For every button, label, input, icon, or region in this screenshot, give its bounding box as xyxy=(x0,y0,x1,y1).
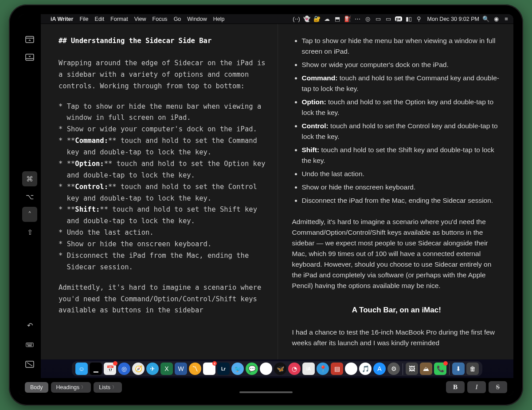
svg-rect-6 xyxy=(28,343,29,344)
preview-bullet-item: Control: touch and hold to set the Contr… xyxy=(302,121,501,142)
menubar-clock[interactable]: Mon Dec 30 9:02 PM xyxy=(427,16,479,22)
menu-go[interactable]: Go xyxy=(174,16,181,22)
dock-istat-icon[interactable]: ▁ xyxy=(90,363,102,375)
dock: ☺▁📅◎🧭✈XW〽✔4Lr🐦💬✱🦋◔iA📍▤N🎵A⚙🖼⛰📞⬇🗑 xyxy=(72,361,482,376)
svg-rect-9 xyxy=(31,343,31,344)
editor-bullet-item: Disconnect the iPad from the Mac, ending… xyxy=(59,250,268,273)
svg-rect-16 xyxy=(28,346,32,347)
sidecar-shift-key[interactable]: ⇧ xyxy=(22,225,37,240)
ipad-screen: ⌘ ⌥ ˄ ⇧ ↶ xyxy=(19,14,513,396)
dock-things-icon[interactable]: ◎ xyxy=(118,363,130,375)
dock-preview-icon[interactable]: 🖼 xyxy=(406,363,418,375)
home-indicator[interactable] xyxy=(239,391,293,393)
sidecar-menubar-toggle[interactable] xyxy=(22,32,37,47)
sidecar-undo[interactable]: ↶ xyxy=(22,318,37,333)
editor-bullet-item: Shift: touch and hold to set the Shift k… xyxy=(59,204,268,227)
dock-stocks-icon[interactable]: 〽 xyxy=(189,363,201,375)
menu-help[interactable]: Help xyxy=(213,16,225,22)
fantastical-menu-status-icon[interactable]: (⋅⋅) xyxy=(293,16,300,22)
dock-lightroom-icon[interactable]: Lr xyxy=(217,363,230,375)
preview-bullet-item: Tap to show or hide the menu bar when vi… xyxy=(302,35,501,57)
sidecar-keyboard-toggle[interactable] xyxy=(22,337,37,352)
mac-menubar[interactable]: iA Writer File Edit Format View Focus Go… xyxy=(41,14,513,24)
markdown-editor-pane[interactable]: ## Understanding the Sidecar Side Bar Wr… xyxy=(41,24,278,359)
dock-slack-icon[interactable]: ✱ xyxy=(260,363,272,375)
touchbar-body-button[interactable]: Body xyxy=(25,382,48,393)
touchbar-strike-button[interactable]: S xyxy=(489,381,507,393)
sidecar-control-key[interactable]: ˄ xyxy=(22,207,37,222)
dock-butterfly-icon[interactable]: 🦋 xyxy=(274,363,286,375)
cloud-status-icon[interactable]: ☁︎ xyxy=(324,16,331,22)
dock-messages-icon[interactable]: 💬 xyxy=(246,363,258,375)
menu-view[interactable]: View xyxy=(134,16,146,22)
sidecar-sidebar: ⌘ ⌥ ˄ ⇧ ↶ xyxy=(19,14,41,378)
battery-status-icon[interactable]: ▮▯ xyxy=(405,16,412,22)
sidecar-disconnect[interactable] xyxy=(22,357,37,372)
siri-icon[interactable]: ◉ xyxy=(493,16,500,22)
menu-window[interactable]: Window xyxy=(187,16,207,22)
display-status-icon[interactable]: ▭ xyxy=(385,16,392,22)
editor-bullet-item: Control: touch and hold to set the Contr… xyxy=(59,181,268,205)
touchbar-bold-button[interactable]: B xyxy=(446,381,465,393)
dock-notes-icon[interactable]: ▤ xyxy=(331,363,343,375)
sidecar-option-key[interactable]: ⌥ xyxy=(22,189,37,204)
dock-safari-icon[interactable]: 🧭 xyxy=(132,363,145,375)
dock-news-icon[interactable]: N xyxy=(345,363,357,375)
touchbar-italic-button[interactable]: I xyxy=(467,381,486,393)
dropbox-status-icon[interactable]: ⬒ xyxy=(334,16,341,22)
dock-finder-icon[interactable]: ☺ xyxy=(75,363,88,375)
gas-status-icon[interactable]: ⛽ xyxy=(344,16,351,22)
preview-bullet-item: Command: touch and hold to set the Comma… xyxy=(302,73,501,94)
dock-word-icon[interactable]: W xyxy=(175,363,187,375)
dock-telegram-icon[interactable]: ✈ xyxy=(146,363,159,375)
dock-area: ☺▁📅◎🧭✈XW〽✔4Lr🐦💬✱🦋◔iA📍▤N🎵A⚙🖼⛰📞⬇🗑 xyxy=(41,359,513,378)
bartender-status-icon[interactable]: ⋯ xyxy=(354,16,361,22)
dock-maps-icon[interactable]: 📍 xyxy=(317,363,329,375)
dock-calls-icon[interactable]: 📞 xyxy=(434,363,446,375)
dock-appstore-icon[interactable]: A xyxy=(373,363,386,375)
target-status-icon[interactable]: ◎ xyxy=(364,16,372,22)
dock-music-icon[interactable]: 🎵 xyxy=(359,363,372,375)
svg-rect-10 xyxy=(32,343,33,344)
dock-trash-icon[interactable]: 🗑 xyxy=(466,363,479,375)
preview-bullet-item: Shift: touch and hold to set the Shift k… xyxy=(302,145,501,166)
touchbar-headings-button[interactable]: Headings〉 xyxy=(51,382,91,393)
wifi-status-icon[interactable]: ⚲ xyxy=(415,16,422,22)
touchbar-lists-button[interactable]: Lists〉 xyxy=(94,382,122,393)
sidecar-display-status-icon[interactable]: ▭ xyxy=(375,16,382,22)
dock-screenshot-icon[interactable]: ⛰ xyxy=(420,363,432,375)
chevron-right-icon: 〉 xyxy=(112,384,117,390)
dock-excel-icon[interactable]: X xyxy=(160,363,173,375)
menu-focus[interactable]: Focus xyxy=(153,16,168,22)
editor-bullet-item: Command: touch and hold to set the Comma… xyxy=(59,135,268,158)
dock-downloads-icon[interactable]: ⬇ xyxy=(452,363,465,375)
menu-format[interactable]: Format xyxy=(110,16,128,22)
preview-bullet-list: Tap to show or hide the menu bar when vi… xyxy=(292,35,501,206)
px-status-icon[interactable]: px xyxy=(395,16,402,21)
spotlight-icon[interactable]: 🔍 xyxy=(482,16,489,22)
snap-status-icon[interactable]: 👻 xyxy=(303,16,310,22)
preview-para3: I had a chance to test the 16-inch MacBo… xyxy=(292,327,501,348)
preview-bullet-item: Undo the last action. xyxy=(302,169,501,179)
dock-todo-icon[interactable]: ✔4 xyxy=(203,363,215,375)
editor-intro: Wrapping around the edge of Sidecar on t… xyxy=(59,58,268,92)
sidecar-dock-toggle[interactable] xyxy=(22,50,37,65)
dock-settings-icon[interactable]: ⚙ xyxy=(387,363,400,375)
dock-tweetbot-icon[interactable]: 🐦 xyxy=(231,363,244,375)
dock-iawriter-icon[interactable]: iA xyxy=(302,363,315,375)
preview-bullet-item: Show or wide your computer's dock on the… xyxy=(302,59,501,70)
dock-fantastical-icon[interactable]: 📅 xyxy=(104,363,116,375)
1password-status-icon[interactable]: 🔐 xyxy=(313,16,321,22)
menubar-app-name[interactable]: iA Writer xyxy=(51,16,73,22)
chevron-right-icon: 〉 xyxy=(81,384,86,390)
dock-gitkraken-icon[interactable]: ◔ xyxy=(288,363,301,375)
dock-separator xyxy=(403,363,403,375)
badge xyxy=(113,361,117,366)
notification-center-icon[interactable]: ≡ xyxy=(503,16,510,22)
sidecar-command-key[interactable]: ⌘ xyxy=(22,171,37,186)
svg-line-18 xyxy=(27,363,32,366)
badge: 4 xyxy=(212,361,217,366)
menu-file[interactable]: File xyxy=(79,16,88,22)
editor-bullet-item: Tap to show or hide the menu bar when vi… xyxy=(59,101,268,124)
menu-edit[interactable]: Edit xyxy=(95,16,105,22)
